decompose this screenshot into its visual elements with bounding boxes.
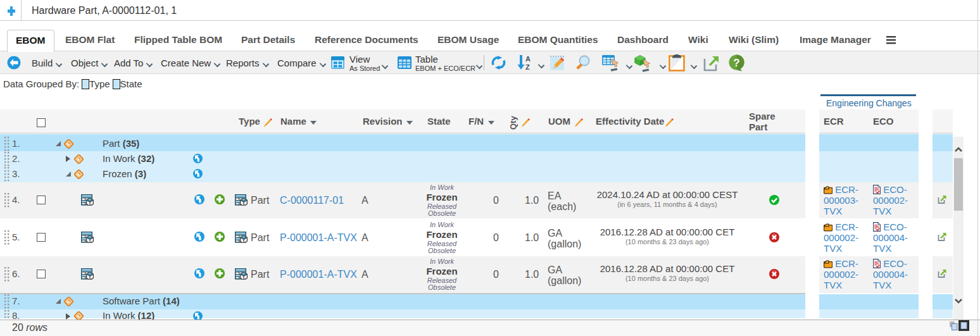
svg-text:?: ?	[733, 57, 739, 69]
svg-text:Z: Z	[525, 63, 530, 71]
svg-text:A: A	[525, 55, 531, 63]
